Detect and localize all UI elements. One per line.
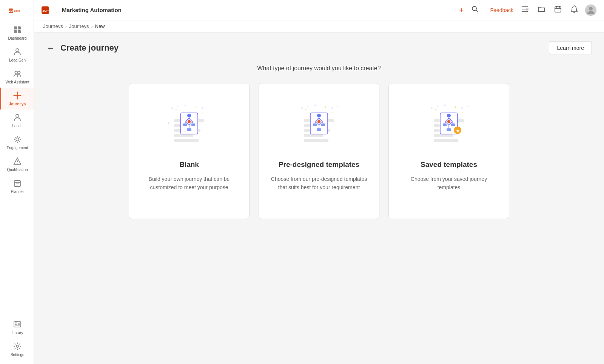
app-logo: ZOHO zoho — [0, 4, 34, 22]
journeys-icon — [13, 91, 22, 101]
svg-point-7 — [16, 49, 19, 52]
sidebar-item-web-assistant[interactable]: Web Assistant — [0, 66, 34, 88]
sidebar-label-library: Library — [12, 331, 23, 335]
svg-point-31 — [17, 163, 18, 163]
engagement-icon — [13, 135, 22, 145]
sidebar-label-lead-gen: Lead Gen — [9, 58, 26, 63]
svg-point-9 — [18, 71, 20, 74]
sidebar-item-dashboard[interactable]: Dashboard — [0, 22, 34, 44]
breadcrumb-journeys-link-2[interactable]: Journeys — [69, 23, 89, 29]
svg-point-8 — [15, 71, 18, 74]
sidebar-item-journeys[interactable]: Journeys — [0, 88, 34, 110]
sidebar-item-library[interactable]: Library — [0, 316, 34, 338]
svg-point-59 — [177, 106, 179, 107]
folder-button[interactable] — [536, 4, 547, 16]
notification-button[interactable] — [569, 4, 579, 16]
svg-point-16 — [17, 99, 18, 100]
svg-point-85 — [314, 105, 316, 106]
svg-text:+: + — [455, 105, 456, 109]
svg-text:+: + — [175, 108, 177, 111]
sidebar-label-web-assistant: Web Assistant — [5, 80, 29, 85]
settings-icon — [13, 342, 22, 352]
sidebar-item-planner[interactable]: Planner — [0, 175, 34, 197]
svg-rect-76 — [183, 123, 187, 126]
svg-rect-95 — [304, 139, 328, 142]
svg-point-18 — [20, 95, 22, 96]
blank-card-desc: Build your own journey that can be custo… — [140, 175, 238, 192]
svg-point-74 — [188, 120, 191, 123]
sidebar-item-qualification[interactable]: Qualification — [0, 153, 34, 175]
sidebar-item-leads[interactable]: Leads — [0, 110, 34, 131]
svg-line-27 — [19, 137, 20, 137]
journey-card-blank[interactable]: + + • — [129, 83, 250, 219]
page-title-row: ← Create journey — [46, 43, 119, 53]
svg-text:•: • — [462, 111, 463, 114]
user-avatar[interactable] — [585, 5, 596, 16]
svg-text:+: + — [435, 108, 437, 111]
library-icon — [13, 320, 22, 330]
svg-point-107 — [431, 107, 433, 109]
planner-icon — [13, 179, 22, 188]
breadcrumb-sep-2: › — [91, 24, 93, 29]
svg-point-43 — [16, 345, 18, 347]
svg-point-57 — [589, 7, 593, 11]
pre-designed-card-title: Pre-designed templates — [279, 160, 359, 169]
journey-card-pre-designed[interactable]: + + • — [259, 83, 379, 219]
search-icon — [471, 6, 478, 12]
svg-point-61 — [202, 107, 203, 109]
leads-icon — [13, 113, 22, 123]
svg-rect-125 — [451, 123, 455, 126]
svg-rect-71 — [174, 139, 199, 142]
svg-text:+: + — [195, 105, 197, 109]
learn-more-button[interactable]: Learn more — [549, 42, 592, 54]
app-title-text: Marketing Automation — [62, 7, 122, 13]
sidebar-item-engagement[interactable]: Engagement — [0, 131, 34, 153]
breadcrumb-journeys-link[interactable]: Journeys — [43, 23, 63, 29]
add-new-button[interactable]: + — [458, 5, 465, 15]
svg-rect-39 — [15, 323, 17, 325]
calendar-button[interactable] — [553, 4, 563, 16]
sidebar-label-leads: Leads — [12, 124, 22, 128]
svg-rect-119 — [434, 139, 458, 142]
svg-point-123 — [447, 114, 451, 117]
svg-rect-32 — [14, 180, 20, 187]
svg-text:★: ★ — [456, 128, 460, 133]
web-assistant-icon — [13, 69, 22, 79]
zoho-logo-header: ZOHO — [42, 6, 59, 14]
feedback-link[interactable]: Feedback — [490, 7, 513, 13]
page-header: ← Create journey Learn more — [46, 42, 592, 54]
svg-point-60 — [185, 105, 186, 106]
svg-point-62 — [208, 106, 209, 107]
svg-point-20 — [16, 138, 19, 141]
sidebar-label-qualification: Qualification — [7, 168, 28, 172]
svg-point-75 — [187, 114, 191, 117]
sidebar-label-journeys: Journeys — [9, 102, 26, 106]
svg-text:•: • — [202, 111, 203, 114]
sidebar-label-planner: Planner — [11, 190, 24, 194]
back-button[interactable]: ← — [46, 43, 55, 53]
svg-point-83 — [301, 107, 303, 109]
search-button[interactable] — [471, 6, 478, 14]
sidebar-item-settings[interactable]: Settings — [0, 338, 34, 360]
top-header: ZOHO Marketing Automation + Feedback — [34, 0, 604, 20]
header-actions: + Feedback — [458, 4, 596, 16]
pre-designed-illustration: + + • — [293, 99, 345, 151]
saved-card-title: Saved templates — [421, 160, 477, 169]
svg-point-58 — [171, 107, 173, 109]
sidebar-label-settings: Settings — [11, 353, 24, 357]
svg-point-86 — [331, 107, 333, 109]
sidebar-nav: Dashboard Lead Gen Web Assistant — [0, 22, 34, 316]
list-view-button[interactable] — [519, 4, 530, 16]
svg-rect-102 — [317, 128, 321, 131]
svg-rect-94 — [304, 134, 323, 137]
folder-icon — [538, 6, 545, 12]
svg-rect-78 — [187, 128, 191, 131]
main-area: ZOHO Marketing Automation + Feedback — [34, 0, 604, 364]
journey-card-saved[interactable]: + + • — [388, 83, 509, 219]
svg-rect-4 — [18, 26, 21, 29]
svg-line-47 — [476, 10, 478, 12]
breadcrumb-sep-1: › — [65, 24, 67, 29]
svg-point-15 — [17, 92, 18, 93]
sidebar-item-lead-gen[interactable]: Lead Gen — [0, 44, 34, 66]
svg-rect-118 — [434, 134, 453, 137]
